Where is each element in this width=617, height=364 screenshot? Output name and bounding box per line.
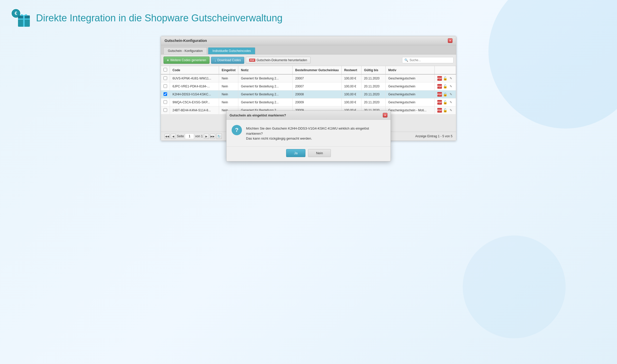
row-motiv: Geschenkgutschein - Moti...: [386, 106, 435, 114]
th-code: Code: [170, 66, 219, 74]
svg-text:€: €: [15, 11, 17, 16]
row-code: 6JPC-VRE1-PDK4-8184-...: [170, 83, 219, 90]
row-motiv: Geschenkgutschein: [386, 98, 435, 106]
dialog-title: Gutschein als eingelöst markieren?: [230, 113, 286, 117]
first-page-button[interactable]: ◀◀: [165, 134, 170, 139]
tab-gutschein-konfiguration[interactable]: Gutschein - Konfiguration: [164, 47, 207, 54]
tabs-bar: Gutschein - Konfiguration Individuelle G…: [161, 45, 456, 54]
row-restwert: 100,00 €: [341, 74, 361, 83]
row-gueltig: 20.11.2020: [361, 98, 386, 106]
action-icons: PDF 🔓 ✎: [437, 108, 453, 113]
row-motiv: Geschenkgutschein: [386, 90, 435, 98]
tab-individuelle-gutscheincodes[interactable]: Individuelle Gutscheincodes: [208, 47, 255, 54]
lock-icon[interactable]: 🔓: [443, 84, 448, 89]
pdf-download-icon[interactable]: PDF: [437, 100, 442, 105]
lock-icon[interactable]: 🔓: [443, 108, 448, 113]
table-row: 6UVS-KPNK-4U81-WW11... Nein Generiert fü…: [161, 74, 456, 83]
select-all-checkbox[interactable]: [164, 68, 167, 71]
th-motiv: Motiv: [386, 66, 435, 74]
last-page-button[interactable]: ▶▶: [210, 134, 215, 139]
action-icons: PDF 🔓 ✎: [437, 76, 453, 81]
dialog-body: ? Möchten Sie den Gutschein K2HH-DDS3-V1…: [226, 120, 391, 146]
row-actions: PDF 🔓 ✎: [434, 106, 456, 114]
confirm-yes-button[interactable]: Ja: [286, 149, 306, 157]
row-bestellnr: 20008: [293, 90, 341, 98]
row-gueltig: 20.11.2020: [361, 83, 386, 90]
th-notiz: Notiz: [238, 66, 293, 74]
logo: €: [10, 8, 31, 28]
th-restwert: Restwert: [341, 66, 361, 74]
row-eingeloest: Nein: [219, 83, 238, 90]
row-checkbox-cell[interactable]: [161, 83, 170, 90]
row-motiv: Geschenkgutschein: [386, 74, 435, 83]
row-checkbox-cell[interactable]: [161, 90, 170, 98]
table-row: 6JPC-VRE1-PDK4-8184-... Nein Generiert f…: [161, 83, 456, 90]
table-header-row: Code Eingelöst Notiz Bestellnummer Gutsc…: [161, 66, 456, 74]
svg-rect-5: [18, 19, 30, 20]
panel-titlebar: Gutschein-Konfiguration ×: [161, 36, 456, 45]
page-input[interactable]: [185, 133, 194, 139]
pagination-info: Anzeige Eintrag 1 - 5 von 5: [415, 134, 452, 138]
row-restwert: 100,00 €: [341, 90, 361, 98]
action-icons: PDF 🔒 ✎: [437, 92, 453, 97]
pdf-download-icon[interactable]: PDF: [437, 84, 442, 89]
row-eingeloest: Nein: [219, 98, 238, 106]
panel-close-button[interactable]: ×: [448, 38, 452, 43]
pdf-icon-toolbar: PDF: [249, 59, 255, 62]
plus-icon: +: [167, 58, 169, 62]
th-bestellnr: Bestellnummer Gutscheinkau: [293, 66, 341, 74]
dialog-close-button[interactable]: ×: [383, 113, 387, 117]
row-bestellnr: 20007: [293, 74, 341, 83]
row-actions: PDF 🔓 ✎: [434, 74, 456, 83]
search-input[interactable]: [410, 58, 451, 62]
generate-codes-button[interactable]: + Weitere Codes generieren: [164, 57, 210, 64]
next-page-button[interactable]: ▶: [204, 134, 209, 139]
refresh-button[interactable]: ↻: [216, 133, 222, 139]
row-notiz: Generiert für Bestellung 2...: [238, 74, 293, 83]
row-checkbox[interactable]: [164, 100, 167, 104]
row-checkbox[interactable]: [164, 108, 167, 112]
edit-icon[interactable]: ✎: [449, 84, 453, 89]
dialog-question-icon: ?: [232, 125, 242, 135]
confirm-no-button[interactable]: Nein: [308, 149, 331, 157]
row-code: 24BT-8EH4-K4N4-S114-8...: [170, 106, 219, 114]
row-notiz: Generiert für Bestellung 2...: [238, 90, 293, 98]
lock-icon[interactable]: 🔒: [443, 92, 448, 97]
pdf-download-icon[interactable]: PDF: [437, 108, 442, 113]
panel-title: Gutschein-Konfiguration: [165, 39, 207, 43]
row-restwert: 100,00 €: [341, 98, 361, 106]
row-code: 9WQA-C5CA-EXSG-SKP...: [170, 98, 219, 106]
table-body: 6UVS-KPNK-4U81-WW11... Nein Generiert fü…: [161, 74, 456, 114]
edit-icon[interactable]: ✎: [449, 92, 453, 97]
row-checkbox[interactable]: [164, 92, 167, 96]
edit-icon[interactable]: ✎: [449, 100, 453, 105]
row-eingeloest: Nein: [219, 74, 238, 83]
pdf-download-icon[interactable]: PDF: [437, 76, 442, 81]
download-documents-button[interactable]: PDF Gutschein-Dokumente herunterladen: [246, 57, 311, 63]
row-eingeloest: Nein: [219, 90, 238, 98]
page-title: Direkte Integration in die Shopware Guts…: [36, 13, 283, 24]
row-actions: PDF 🔒 ✎: [434, 90, 456, 98]
download-codes-button[interactable]: ↓ Download Codes: [211, 57, 244, 64]
edit-icon[interactable]: ✎: [449, 76, 453, 81]
lock-icon[interactable]: 🔓: [443, 76, 448, 81]
prev-page-button[interactable]: ◀: [171, 134, 176, 139]
search-box[interactable]: 🔍: [402, 57, 453, 63]
row-checkbox-cell[interactable]: [161, 106, 170, 114]
row-checkbox[interactable]: [164, 84, 167, 88]
header: € Direkte Integration in die Shopware Gu…: [10, 8, 607, 28]
row-checkbox-cell[interactable]: [161, 98, 170, 106]
row-checkbox-cell[interactable]: [161, 74, 170, 83]
row-notiz: Generiert für Bestellung 2...: [238, 83, 293, 90]
row-gueltig: 20.11.2020: [361, 90, 386, 98]
th-gueltig: Gültig bis: [361, 66, 386, 74]
row-checkbox[interactable]: [164, 76, 167, 80]
th-eingeloest: Eingelöst: [219, 66, 238, 74]
edit-icon[interactable]: ✎: [449, 108, 453, 113]
lock-icon[interactable]: 🔓: [443, 100, 448, 105]
row-code: K2HH-DDS3-V1G4-KSKC...: [170, 90, 219, 98]
pdf-download-icon[interactable]: PDF: [437, 92, 442, 97]
row-bestellnr: 20009: [293, 98, 341, 106]
row-notiz: Generiert für Bestellung 2...: [238, 98, 293, 106]
of-label: von 1: [195, 134, 203, 138]
